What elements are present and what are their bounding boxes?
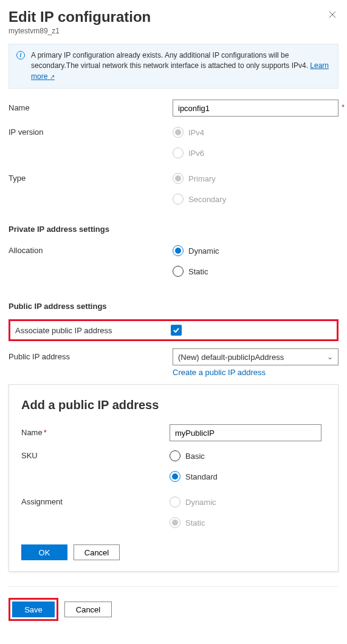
name-label: Name xyxy=(9,100,173,112)
radio-icon xyxy=(173,173,184,184)
sku-basic-radio[interactable]: Basic xyxy=(170,447,326,464)
allocation-label: Allocation xyxy=(9,242,173,255)
type-secondary-label: Secondary xyxy=(188,195,226,204)
sku-standard-label: Standard xyxy=(185,472,218,481)
save-button[interactable]: Save xyxy=(12,602,55,617)
publicip-select-value: (New) default-publicIpAddress xyxy=(178,353,284,362)
publicip-select[interactable]: (New) default-publicIpAddress ⌄ xyxy=(173,348,338,365)
allocation-static-radio[interactable]: Static xyxy=(173,263,338,280)
sku-standard-radio[interactable]: Standard xyxy=(170,468,326,485)
radio-icon xyxy=(173,266,184,277)
publicip-label: Public IP address xyxy=(9,348,173,361)
radio-icon xyxy=(173,245,184,256)
ipversion-label: IP version xyxy=(9,124,173,137)
add-name-label: Name* xyxy=(21,424,170,437)
cancel-button[interactable]: Cancel xyxy=(64,602,112,617)
info-icon: i xyxy=(16,51,25,59)
name-input[interactable] xyxy=(173,100,338,117)
associate-checkbox[interactable] xyxy=(171,325,182,336)
type-primary-label: Primary xyxy=(188,174,216,183)
info-banner: i A primary IP configuration already exi… xyxy=(9,44,338,89)
associate-highlight: Associate public IP address xyxy=(9,319,338,341)
private-section-title: Private IP address settings xyxy=(9,225,338,234)
public-section-title: Public IP address settings xyxy=(9,302,338,311)
ipv4-label: IPv4 xyxy=(188,128,204,137)
allocation-static-label: Static xyxy=(188,267,208,276)
close-icon xyxy=(329,11,336,18)
radio-icon xyxy=(173,127,184,138)
sku-label: SKU xyxy=(21,447,170,460)
close-button[interactable] xyxy=(326,8,338,21)
assignment-dynamic-radio: Dynamic xyxy=(170,493,326,510)
allocation-dynamic-label: Dynamic xyxy=(188,246,219,256)
required-indicator: * xyxy=(342,103,345,112)
radio-icon xyxy=(173,194,184,205)
info-text: A primary IP configuration already exist… xyxy=(31,51,310,70)
assignment-static-radio: Static xyxy=(170,514,326,531)
add-panel-title: Add a public IP address xyxy=(21,398,326,412)
type-label: Type xyxy=(9,170,173,183)
chevron-down-icon: ⌄ xyxy=(327,353,333,361)
associate-label: Associate public IP address xyxy=(15,326,171,335)
create-publicip-link[interactable]: Create a public IP address xyxy=(173,368,266,377)
assignment-label: Assignment xyxy=(21,493,170,506)
ok-button[interactable]: OK xyxy=(21,544,67,560)
assignment-dynamic-label: Dynamic xyxy=(185,498,216,507)
assignment-static-label: Static xyxy=(185,518,205,527)
ipv6-radio: IPv6 xyxy=(173,144,338,161)
add-publicip-panel: Add a public IP address Name* SKU Basic … xyxy=(9,384,338,572)
footer-separator xyxy=(9,586,338,587)
check-icon xyxy=(173,327,180,334)
page-title: Edit IP configuration xyxy=(9,8,326,25)
type-primary-radio: Primary xyxy=(173,170,338,187)
sku-basic-label: Basic xyxy=(185,452,205,461)
radio-icon xyxy=(170,450,180,461)
page-subtitle: mytestvm89_z1 xyxy=(9,27,338,35)
ipv4-radio: IPv4 xyxy=(173,124,338,141)
radio-icon xyxy=(173,147,184,158)
type-secondary-radio: Secondary xyxy=(173,191,338,208)
radio-icon xyxy=(170,517,180,528)
ipv6-label: IPv6 xyxy=(188,149,204,158)
radio-icon xyxy=(170,497,180,507)
external-link-icon: ↗ xyxy=(50,73,55,80)
radio-icon xyxy=(170,471,180,482)
add-name-input[interactable] xyxy=(170,424,321,441)
panel-cancel-button[interactable]: Cancel xyxy=(74,544,120,560)
allocation-dynamic-radio[interactable]: Dynamic xyxy=(173,242,338,259)
save-highlight: Save xyxy=(9,598,58,621)
